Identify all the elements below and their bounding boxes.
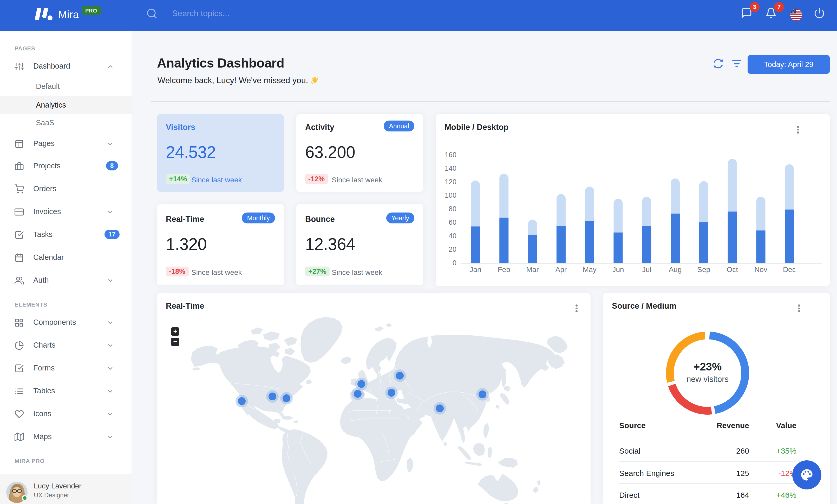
svg-text:May: May [583,265,596,274]
svg-text:40: 40 [449,232,457,240]
svg-text:60: 60 [449,219,457,226]
svg-text:Jan: Jan [469,265,481,274]
svg-text:Nov: Nov [754,265,767,274]
svg-text:Jun: Jun [612,265,624,274]
svg-text:Mar: Mar [526,265,539,274]
svg-text:80: 80 [449,205,457,213]
svg-text:0: 0 [452,259,457,267]
svg-text:140: 140 [445,165,457,172]
svg-text:Oct: Oct [727,265,738,274]
svg-text:Sep: Sep [697,265,710,274]
svg-text:Dec: Dec [783,265,796,274]
svg-text:Aug: Aug [669,265,682,274]
svg-text:Feb: Feb [498,265,510,274]
svg-text:20: 20 [449,245,457,253]
svg-text:Jul: Jul [642,265,652,274]
svg-text:160: 160 [445,151,457,159]
svg-text:120: 120 [445,178,457,186]
svg-text:100: 100 [445,191,457,199]
svg-text:Apr: Apr [555,265,567,274]
